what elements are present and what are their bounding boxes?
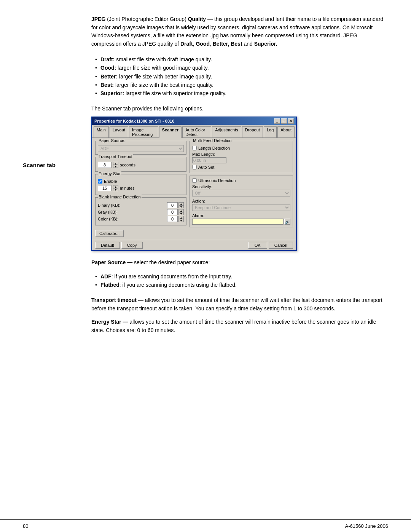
copy-button[interactable]: Copy — [121, 242, 143, 249]
good-bold: Good — [196, 41, 210, 47]
multi-feed-label: Multi-Feed Detection — [192, 138, 233, 143]
draft-bold: Draft — [180, 41, 193, 47]
tab-auto-color-detect[interactable]: Auto Color Detect — [182, 126, 211, 137]
ultrasonic-group: Ultrasonic Detection Sensitivity: Off Ac… — [190, 176, 293, 227]
paper-source-select[interactable]: ADF — [98, 145, 184, 152]
better-bold: Better, Best — [213, 41, 242, 47]
max-length-input[interactable] — [192, 157, 226, 163]
tab-about[interactable]: About — [277, 126, 295, 137]
paper-source-label: Paper Source: — [98, 138, 126, 143]
energy-star-down[interactable]: ▼ — [113, 188, 118, 191]
binary-label: Binary (KB): — [98, 203, 167, 208]
alarm-row: 🔊 — [192, 219, 290, 225]
length-detection-row: Length Detection — [192, 146, 290, 150]
multi-feed-group: Multi-Feed Detection Length Detection Ma… — [190, 141, 293, 173]
page-number: 80 — [23, 523, 28, 529]
left-margin: Scanner tab — [0, 15, 88, 497]
action-select[interactable]: Beep and Continue — [192, 204, 290, 211]
ultrasonic-label: Ultrasonic Detection — [198, 178, 236, 183]
dialog-right-col: Multi-Feed Detection Length Detection Ma… — [190, 141, 293, 237]
main-content: JPEG (Joint Photographic Editor Group) Q… — [88, 15, 411, 497]
energy-star-unit: minutes — [120, 186, 135, 190]
binary-up[interactable]: ▲ — [178, 202, 184, 205]
paper-source-bullet-list: ADF: if you are scanning documents from … — [91, 272, 388, 289]
transport-timeout-group: Transport Timeout ▲ ▼ seconds — [95, 157, 186, 172]
gray-spinner: ▲ ▼ — [178, 209, 184, 215]
dialog-left-col: Paper Source: ADF Transport Timeout — [95, 141, 186, 237]
gray-down[interactable]: ▼ — [178, 212, 184, 215]
color-up[interactable]: ▲ — [178, 216, 184, 219]
transport-timeout-label: Transport Timeout — [98, 154, 133, 159]
energy-star-enable-label: Enable — [104, 179, 117, 184]
energy-star-desc: Energy Star — allows you to set the amou… — [91, 318, 388, 334]
ultrasonic-checkbox[interactable] — [192, 178, 197, 183]
gray-up[interactable]: ▲ — [178, 209, 184, 212]
gray-row: Gray (KB): ▲ ▼ — [98, 209, 184, 215]
energy-star-label: Energy Star — [98, 171, 121, 176]
color-row: Color (KB): ▲ ▼ — [98, 216, 184, 222]
binary-down[interactable]: ▼ — [178, 205, 184, 208]
tab-main[interactable]: Main — [94, 126, 109, 137]
dialog-window: Properties for Kodak i1300 on STI - 0010… — [91, 117, 297, 251]
dialog-footer: Default Copy OK Cancel — [92, 240, 296, 250]
superior-bold: Superior. — [254, 41, 277, 47]
minimize-button[interactable]: _ — [274, 118, 280, 124]
tab-log[interactable]: Log — [264, 126, 277, 137]
sensitivity-label: Sensitivity: — [192, 184, 290, 189]
maximize-button[interactable]: □ — [281, 118, 287, 124]
gray-input[interactable] — [167, 209, 178, 215]
paper-source-group: Paper Source: ADF — [95, 141, 186, 155]
color-spinner: ▲ ▼ — [178, 216, 184, 222]
bullet-adf: ADF: if you are scanning documents from … — [95, 272, 388, 281]
ultrasonic-row: Ultrasonic Detection — [192, 178, 290, 183]
binary-input[interactable] — [167, 202, 178, 208]
tab-image-processing[interactable]: Image Processing — [129, 126, 158, 137]
dialog-title: Properties for Kodak i1300 on STI - 0010 — [94, 119, 174, 123]
dialog-titlebar: Properties for Kodak i1300 on STI - 0010… — [92, 117, 296, 125]
quality-bullet-list: Draft: smallest file size with draft ima… — [91, 55, 388, 98]
paper-source-desc: Paper Source — select the desired paper … — [91, 259, 388, 267]
scanner-intro: The Scanner tab provides the following o… — [91, 105, 388, 113]
intro-paragraph: JPEG (Joint Photographic Editor Group) Q… — [91, 15, 388, 48]
cancel-button[interactable]: Cancel — [269, 242, 293, 249]
dialog-titlebar-buttons: _ □ ✕ — [274, 118, 294, 124]
gray-label: Gray (KB): — [98, 210, 167, 214]
alarm-input[interactable] — [192, 219, 284, 225]
bullet-best: Best: larger file size with the best ima… — [95, 81, 388, 89]
close-button[interactable]: ✕ — [288, 118, 294, 124]
energy-star-up[interactable]: ▲ — [113, 185, 118, 188]
tab-scanner[interactable]: Scanner — [159, 126, 182, 138]
dialog-body: Paper Source: ADF Transport Timeout — [92, 138, 296, 240]
transport-timeout-input[interactable] — [98, 162, 112, 168]
color-input[interactable] — [167, 216, 178, 222]
transport-timeout-unit: seconds — [120, 163, 135, 167]
sensitivity-select[interactable]: Off — [192, 190, 290, 197]
blank-image-label: Blank Image Detection — [98, 195, 142, 199]
color-label: Color (KB): — [98, 217, 167, 221]
calibrate-button[interactable]: Calibrate... — [95, 230, 124, 237]
quality-bold: Quality — — [188, 16, 213, 22]
default-button[interactable]: Default — [95, 242, 120, 249]
energy-star-group: Energy Star Enable ▲ ▼ — [95, 174, 186, 195]
transport-timeout-up[interactable]: ▲ — [113, 162, 118, 165]
tab-adjustments[interactable]: Adjustments — [212, 126, 241, 137]
energy-star-checkbox[interactable] — [98, 179, 102, 184]
max-length-label: Max Length: — [192, 152, 290, 157]
ok-button[interactable]: OK — [248, 242, 267, 249]
auto-set-checkbox[interactable] — [192, 165, 197, 169]
transport-timeout-down[interactable]: ▼ — [113, 165, 118, 168]
length-detection-checkbox[interactable] — [192, 146, 197, 150]
bullet-better: Better: larger file size with better ima… — [95, 72, 388, 81]
length-detection-label: Length Detection — [198, 146, 230, 150]
color-down[interactable]: ▼ — [178, 219, 184, 222]
bullet-draft: Draft: smallest file size with draft ima… — [95, 55, 388, 64]
section-label: Scanner tab — [23, 162, 88, 168]
binary-spinner: ▲ ▼ — [178, 202, 184, 208]
tab-dropout[interactable]: Dropout — [242, 126, 263, 137]
alarm-sound-button[interactable]: 🔊 — [284, 219, 290, 225]
energy-star-minutes-input[interactable] — [98, 185, 112, 191]
binary-row: Binary (KB): ▲ ▼ — [98, 202, 184, 208]
tab-layout[interactable]: Layout — [110, 126, 128, 137]
content-area: Scanner tab JPEG (Joint Photographic Edi… — [0, 0, 411, 519]
energy-star-spinner: ▲ ▼ — [113, 185, 118, 191]
